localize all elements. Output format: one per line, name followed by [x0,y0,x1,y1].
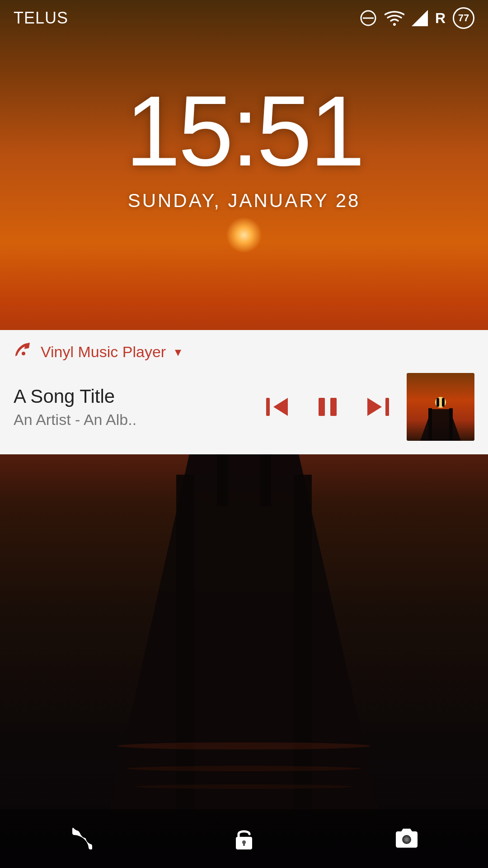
svg-marker-0 [108,452,380,814]
bottom-navigation-bar [0,809,488,868]
svg-marker-18 [367,398,382,416]
notification-text: A Song Title An Artist - An Alb.. [14,386,249,429]
svg-point-5 [117,742,371,750]
do-not-disturb-icon [359,9,377,27]
svg-point-31 [405,838,408,841]
pier-silhouette [108,452,380,814]
song-title: A Song Title [14,386,249,407]
svg-rect-3 [217,452,228,506]
wifi-icon [385,10,404,26]
svg-rect-15 [319,398,325,416]
svg-marker-14 [273,398,288,416]
phone-icon[interactable] [63,821,99,857]
camera-icon[interactable] [389,821,425,857]
vinyl-app-icon [14,340,33,364]
signal-icon [412,10,428,26]
svg-rect-22 [428,408,432,441]
album-art-image [407,373,474,441]
svg-point-12 [22,352,25,355]
notification-content: A Song Title An Artist - An Alb.. [0,368,488,454]
svg-rect-2 [294,475,312,814]
svg-rect-17 [385,398,389,416]
battery-indicator: 77 [453,7,474,29]
clock-date: SUNDAY, JANUARY 28 [0,190,488,212]
notification-header: Vinyl Music Player ▾ [0,330,488,368]
pause-button[interactable] [312,391,343,423]
next-button[interactable] [361,391,393,423]
unlock-icon[interactable] [226,821,262,857]
svg-rect-28 [243,842,245,846]
song-info: An Artist - An Alb.. [14,411,249,429]
sun-glow [226,217,262,253]
notification-app-name: Vinyl Music Player [41,343,166,361]
svg-rect-24 [436,398,439,407]
svg-point-7 [136,784,352,789]
svg-rect-4 [260,452,271,506]
notification-dropdown-icon[interactable]: ▾ [175,344,181,359]
svg-marker-11 [412,10,428,26]
svg-rect-16 [330,398,337,416]
carrier-label: TELUS [14,9,68,28]
clock-area: 15:51 SUNDAY, JANUARY 28 [0,81,488,212]
notification-card[interactable]: Vinyl Music Player ▾ A Song Title An Art… [0,330,488,454]
svg-rect-13 [266,398,270,416]
svg-rect-1 [176,475,194,814]
playback-controls [262,391,393,423]
clock-time: 15:51 [0,81,488,181]
status-icons: R 77 [359,7,474,29]
svg-point-10 [393,23,396,26]
album-art [407,373,474,441]
svg-rect-25 [442,398,445,407]
svg-point-6 [127,766,361,771]
status-bar: TELUS R 77 [0,0,488,36]
prev-button[interactable] [262,391,294,423]
roaming-icon: R [435,10,446,27]
svg-rect-23 [449,408,453,441]
